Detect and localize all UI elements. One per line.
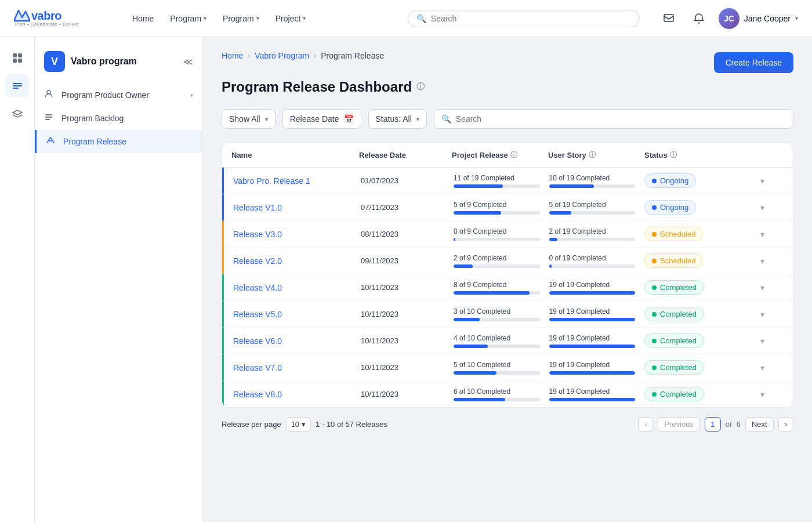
sidebar-item-program-release[interactable]: Program Release: [35, 130, 202, 153]
expand-cell: ▾: [760, 229, 784, 240]
status-label: Completed: [660, 363, 697, 372]
search-input[interactable]: [431, 14, 631, 23]
release-date-filter[interactable]: Release Date 📅: [282, 109, 361, 129]
release-date-cell: 10/11/2023: [361, 283, 454, 292]
project-progress-text: 8 of 9 Completed: [454, 281, 540, 289]
sidebar-icon-layers[interactable]: [6, 102, 29, 125]
svg-point-10: [47, 90, 50, 94]
status-badge: Completed: [644, 360, 704, 375]
releases-table: Name Release Date Project Release ⓘ User…: [222, 143, 793, 408]
release-name-link[interactable]: Release V3.0: [233, 230, 282, 239]
row-expand-icon[interactable]: ▾: [760, 203, 764, 212]
sidebar-header: V Vabro program ≪: [35, 46, 202, 81]
logo-sub: Plan • Collaborate • Deliver: [15, 22, 79, 27]
svg-rect-6: [18, 59, 22, 63]
project-progress-bar: [454, 371, 540, 375]
user-story-cell: 2 of 19 Completed: [549, 227, 645, 241]
expand-cell: ▾: [760, 389, 784, 400]
nav-program-1[interactable]: Program ▾: [163, 10, 213, 27]
main-sidebar: V Vabro program ≪ Program Product Owner …: [35, 37, 203, 522]
release-date-cell: 10/11/2023: [361, 336, 454, 345]
nav-project[interactable]: Project ▾: [269, 10, 313, 27]
status-cell: Completed: [644, 307, 760, 321]
nav-home[interactable]: Home: [125, 10, 161, 27]
project-release-cell: 8 of 9 Completed: [454, 281, 549, 295]
search-icon: 🔍: [416, 14, 426, 23]
chevron-down-icon: ▾: [416, 116, 419, 122]
project-progress-bar: [454, 318, 540, 321]
info-icon[interactable]: ⓘ: [589, 150, 596, 160]
info-icon[interactable]: ⓘ: [670, 150, 677, 160]
release-name-link[interactable]: Vabro Pro. Release 1: [233, 176, 310, 186]
table-row: Vabro Pro. Release 1 01/07/2023 11 of 19…: [222, 168, 793, 194]
breadcrumb-home[interactable]: Home: [222, 51, 243, 60]
release-name-link[interactable]: Release V7.0: [233, 363, 282, 372]
sidebar-icon-board[interactable]: [6, 46, 29, 70]
expand-cell: ▾: [760, 256, 784, 266]
status-dot-icon: [652, 259, 657, 263]
row-expand-icon[interactable]: ▾: [760, 230, 764, 239]
pagination: Release per page 10 ▾ 1 - 10 of 57 Relea…: [222, 408, 793, 434]
release-name-link[interactable]: Release V1.0: [233, 203, 282, 212]
project-progress-bar: [454, 211, 540, 215]
per-page-selector: Release per page 10 ▾ 1 - 10 of 57 Relea…: [222, 417, 387, 432]
breadcrumb: Home › Vabro Program › Program Release: [222, 51, 384, 60]
info-icon[interactable]: ⓘ: [416, 82, 425, 92]
info-icon[interactable]: ⓘ: [510, 150, 517, 160]
status-dot-icon: [652, 205, 657, 210]
filters-bar: Show All ▾ Release Date 📅 Status: All ▾ …: [222, 109, 793, 129]
breadcrumb-vabro-program[interactable]: Vabro Program: [255, 51, 309, 60]
row-expand-icon[interactable]: ▾: [760, 310, 764, 319]
user-story-progress-bar: [549, 318, 636, 321]
sidebar-label-program-product-owner: Program Product Owner: [61, 90, 184, 100]
user-area[interactable]: JC Jane Cooper ▾: [719, 8, 798, 29]
row-expand-icon[interactable]: ▾: [760, 176, 764, 186]
expand-cell: ▾: [760, 176, 784, 186]
row-expand-icon[interactable]: ▾: [760, 363, 764, 372]
user-story-progress-bar: [549, 238, 636, 241]
release-date-cell: 10/11/2023: [361, 310, 454, 318]
release-name-cell: Release V3.0: [233, 229, 361, 240]
user-icon: [44, 89, 56, 101]
release-date-cell: 07/11/2023: [361, 203, 454, 212]
sidebar-icon-list[interactable]: [6, 74, 29, 97]
user-story-cell: 19 of 19 Completed: [549, 307, 645, 321]
messages-icon[interactable]: [658, 8, 679, 29]
sidebar-logo: V Vabro program: [44, 51, 137, 72]
sidebar-item-program-product-owner[interactable]: Program Product Owner ▾: [35, 84, 202, 107]
release-name-link[interactable]: Release V5.0: [233, 310, 282, 319]
row-expand-icon[interactable]: ▾: [760, 283, 764, 292]
sidebar-collapse-icon[interactable]: ≪: [183, 56, 193, 67]
status-filter[interactable]: Status: All ▾: [368, 109, 427, 129]
page-range-info: 1 - 10 of 57 Releases: [316, 420, 387, 429]
svg-rect-3: [13, 53, 17, 57]
chevron-left-icon[interactable]: ‹: [638, 417, 653, 432]
chevron-right-icon[interactable]: ›: [778, 417, 793, 432]
per-page-select[interactable]: 10 ▾: [286, 417, 311, 432]
table-row: Release V4.0 10/11/2023 8 of 9 Completed…: [222, 274, 793, 301]
show-all-filter[interactable]: Show All ▾: [222, 109, 276, 129]
table-search-input[interactable]: [456, 114, 786, 124]
logo-area: vabro Plan • Collaborate • Deliver: [14, 9, 107, 27]
notifications-icon[interactable]: [688, 8, 709, 29]
release-name-link[interactable]: Release V4.0: [233, 283, 282, 292]
nav-program-2[interactable]: Program ▾: [216, 10, 266, 27]
pagination-controls: ‹ Previous 1 of 6 Next ›: [638, 417, 793, 432]
row-expand-icon[interactable]: ▾: [760, 390, 764, 399]
project-progress-bar: [454, 184, 540, 188]
release-name-link[interactable]: Release V8.0: [233, 390, 282, 399]
release-name-link[interactable]: Release V6.0: [233, 336, 282, 346]
app-body: V Vabro program ≪ Program Product Owner …: [0, 37, 812, 522]
main-nav: Home Program ▾ Program ▾ Project ▾: [125, 10, 389, 27]
next-button[interactable]: Next: [745, 417, 774, 432]
release-name-link[interactable]: Release V2.0: [233, 256, 282, 266]
th-user-story: User Story ⓘ: [548, 150, 644, 160]
sidebar-item-program-backlog[interactable]: Program Backlog: [35, 107, 202, 130]
row-expand-icon[interactable]: ▾: [760, 256, 764, 266]
previous-button[interactable]: Previous: [658, 417, 700, 432]
create-release-button[interactable]: Create Release: [714, 52, 793, 73]
svg-rect-9: [13, 88, 19, 89]
row-expand-icon[interactable]: ▾: [760, 336, 764, 346]
expand-cell: ▾: [760, 336, 784, 346]
project-progress-bar: [454, 345, 540, 348]
